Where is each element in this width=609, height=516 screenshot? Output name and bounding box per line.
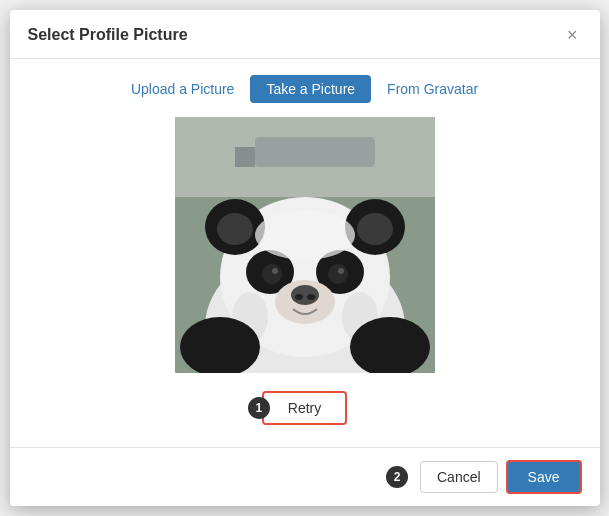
svg-point-12 xyxy=(262,264,282,284)
retry-badge: 1 xyxy=(248,397,270,419)
modal-title: Select Profile Picture xyxy=(28,26,188,44)
modal-overlay: Select Profile Picture × Upload a Pictur… xyxy=(0,0,609,516)
retry-button[interactable]: Retry xyxy=(262,391,347,425)
modal-footer: 2 Cancel Save xyxy=(10,447,600,506)
close-button[interactable]: × xyxy=(563,24,582,46)
save-button[interactable]: Save xyxy=(506,460,582,494)
modal-header: Select Profile Picture × xyxy=(10,10,600,59)
panda-image xyxy=(175,117,435,373)
footer-badge: 2 xyxy=(386,466,408,488)
cancel-button[interactable]: Cancel xyxy=(420,461,498,493)
image-preview xyxy=(175,117,435,373)
svg-point-8 xyxy=(217,213,253,245)
svg-point-17 xyxy=(291,285,319,305)
tab-take-picture[interactable]: Take a Picture xyxy=(250,75,371,103)
svg-rect-2 xyxy=(255,137,375,167)
svg-rect-3 xyxy=(235,147,255,167)
svg-point-15 xyxy=(338,268,344,274)
svg-point-24 xyxy=(255,210,355,260)
svg-point-18 xyxy=(295,294,303,300)
tab-gravatar[interactable]: From Gravatar xyxy=(371,75,494,103)
svg-point-19 xyxy=(307,294,315,300)
modal-dialog: Select Profile Picture × Upload a Pictur… xyxy=(10,10,600,506)
tab-upload[interactable]: Upload a Picture xyxy=(115,75,251,103)
modal-body: 1 Retry xyxy=(10,117,600,447)
svg-point-9 xyxy=(357,213,393,245)
svg-point-13 xyxy=(328,264,348,284)
tab-bar: Upload a Picture Take a Picture From Gra… xyxy=(10,59,600,117)
retry-area: 1 Retry xyxy=(262,391,347,425)
svg-point-14 xyxy=(272,268,278,274)
